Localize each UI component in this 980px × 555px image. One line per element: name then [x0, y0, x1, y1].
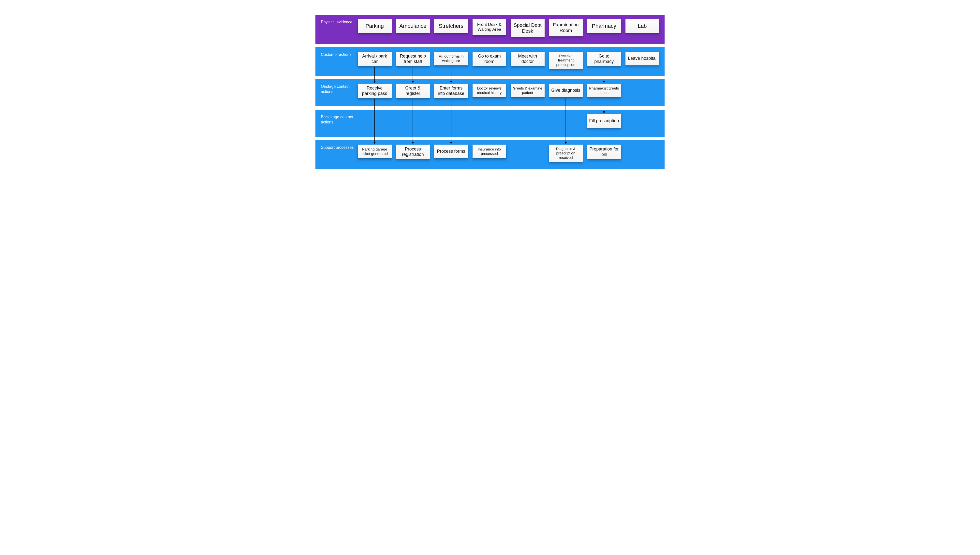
card-front-desk: Front Desk & Waiting Area: [472, 19, 506, 35]
card-process-forms: Process forms: [434, 144, 468, 158]
card-go-to-exam-room: Go to exam room: [472, 51, 506, 66]
card-greet-register: Greet & register: [396, 83, 430, 98]
lane-physical-evidence: Physical evidence Parking Ambulance Stre…: [315, 15, 665, 44]
card-pharmacy: Pharmacy: [587, 19, 621, 33]
blueprint-canvas: Physical evidence Parking Ambulance Stre…: [306, 0, 674, 192]
lane-cards: Fill prescription: [358, 114, 659, 128]
card-examination-room: Examination Room: [549, 19, 583, 36]
card-go-to-pharmacy: Go to pharmacy: [587, 51, 621, 66]
card-give-diagnosis: Give diagnosis: [549, 83, 583, 97]
lane-cards: Parking garage ticket generated Process …: [358, 144, 659, 162]
card-lab: Lab: [626, 19, 660, 33]
lane-onstage-contact: Onstage contact actions Receive parking …: [315, 79, 665, 106]
lane-label: Physical evidence: [321, 19, 358, 25]
card-parking-ticket-generated: Parking garage ticket generated: [358, 144, 392, 158]
card-stretchers: Stretchers: [434, 19, 468, 33]
card-enter-forms: Enter forms into database: [434, 83, 468, 98]
lane-label: Onstage contact actions: [321, 83, 358, 95]
card-preparation-for-bill: Preparation for bill: [587, 144, 621, 159]
lane-label: Customer actions: [321, 51, 358, 57]
card-parking: Parking: [358, 19, 392, 33]
card-pharmacist-greets: Pharmacist greets patient: [587, 83, 621, 97]
card-leave-hospital: Leave hospital: [626, 51, 660, 66]
lane-cards: Arrival / park car Request help from sta…: [358, 51, 659, 69]
card-greets-examine-patient: Greets & examine patient: [511, 83, 544, 97]
lane-support-processes: Support processes Parking garage ticket …: [315, 140, 665, 169]
card-doctor-reviews-history: Doctor reviews medical history: [472, 83, 506, 97]
lane-cards: Receive parking pass Greet & register En…: [358, 83, 659, 98]
lane-customer-actions: Customer actions Arrival / park car Requ…: [315, 47, 665, 76]
card-arrival-park-car: Arrival / park car: [358, 51, 392, 66]
lane-backstage-contact: Backstage contact actions Fill prescript…: [315, 110, 665, 137]
card-receive-parking-pass: Receive parking pass: [358, 83, 392, 98]
card-meet-with-doctor: Meet with doctor: [511, 51, 544, 66]
card-special-dept-desk: Special Dept Desk: [511, 19, 544, 37]
card-diagnosis-prescription-received: Diagnosis & prescription received: [549, 144, 583, 162]
card-receive-prescription: Receive treatment prescription: [549, 51, 583, 69]
card-fill-out-forms: Fill out forms in waiting are: [434, 51, 468, 66]
lane-label: Backstage contact actions: [321, 114, 358, 125]
card-ambulance: Ambulance: [396, 19, 430, 33]
lane-label: Support processes: [321, 144, 358, 150]
lane-cards: Parking Ambulance Stretchers Front Desk …: [358, 19, 659, 37]
card-request-help: Request help from staff: [396, 51, 430, 66]
card-fill-prescription: Fill prescription: [587, 114, 621, 128]
card-insurance-info-processed: Insurance info processed: [472, 144, 506, 158]
card-process-registration: Process registration: [396, 144, 430, 159]
